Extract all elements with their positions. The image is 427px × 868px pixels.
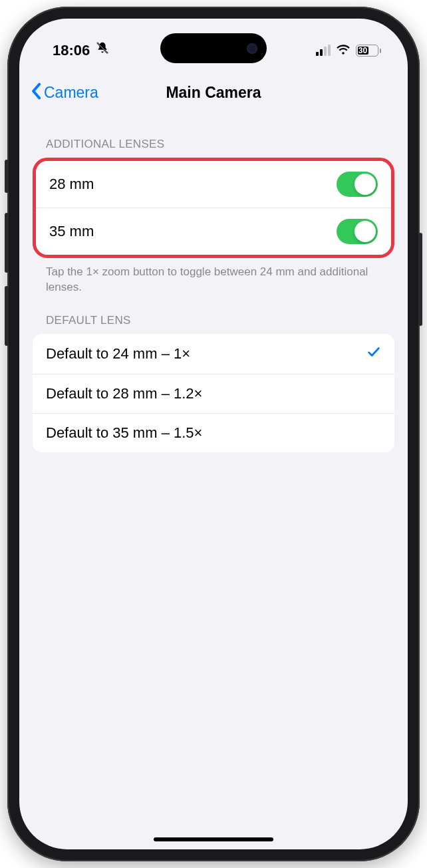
default-24mm-row[interactable]: Default to 24 mm – 1× <box>33 334 394 374</box>
page-title: Main Camera <box>166 84 261 102</box>
battery-fill: 30 <box>358 47 368 55</box>
screen: 18:06 30 <box>19 19 408 849</box>
back-button[interactable]: Camera <box>30 82 98 104</box>
default-24mm-label: Default to 24 mm – 1× <box>46 345 190 362</box>
lens-28mm-label: 28 mm <box>49 176 94 193</box>
battery-percent: 30 <box>358 46 367 55</box>
side-switch <box>5 160 9 193</box>
default-lens-header: DEFAULT LENS <box>33 295 394 334</box>
additional-lenses-group: 28 mm 35 mm <box>36 161 391 255</box>
lens-35mm-row[interactable]: 35 mm <box>36 208 391 255</box>
volume-up-button <box>5 213 9 273</box>
dynamic-island <box>160 33 267 63</box>
default-35mm-label: Default to 35 mm – 1.5× <box>46 424 202 442</box>
chevron-left-icon <box>30 82 42 104</box>
default-35mm-row[interactable]: Default to 35 mm – 1.5× <box>33 413 394 452</box>
lens-28mm-row[interactable]: 28 mm <box>36 161 391 208</box>
navigation-bar: Camera Main Camera <box>19 72 408 119</box>
wifi-icon <box>336 42 351 59</box>
cellular-signal-icon <box>316 45 331 56</box>
highlight-annotation: 28 mm 35 mm <box>33 158 394 258</box>
lens-35mm-label: 35 mm <box>49 223 94 240</box>
back-label: Camera <box>44 84 98 102</box>
mute-bell-icon <box>95 41 110 60</box>
volume-down-button <box>5 286 9 346</box>
power-button <box>418 233 422 326</box>
battery-icon: 30 <box>356 45 382 57</box>
additional-lenses-header: ADDITIONAL LENSES <box>33 119 394 158</box>
phone-frame: 18:06 30 <box>7 7 420 861</box>
default-lens-group: Default to 24 mm – 1× Default to 28 mm –… <box>33 334 394 452</box>
lens-35mm-toggle[interactable] <box>337 219 378 244</box>
status-time: 18:06 <box>53 42 90 59</box>
lens-28mm-toggle[interactable] <box>337 172 378 197</box>
home-indicator[interactable] <box>154 837 273 841</box>
checkmark-icon <box>366 345 381 363</box>
additional-lenses-footer: Tap the 1× zoom button to toggle between… <box>33 258 394 295</box>
default-28mm-label: Default to 28 mm – 1.2× <box>46 385 202 402</box>
default-28mm-row[interactable]: Default to 28 mm – 1.2× <box>33 374 394 413</box>
front-camera-icon <box>247 43 257 54</box>
